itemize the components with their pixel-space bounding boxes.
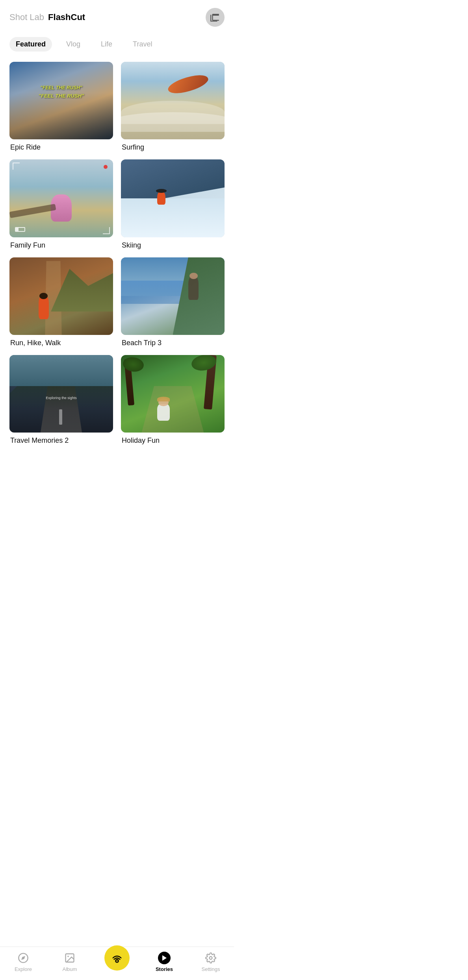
- card-skiing[interactable]: Skiing: [121, 159, 225, 249]
- thumb-beach-trip-3: [121, 257, 225, 335]
- card-holiday-fun[interactable]: Holiday Fun: [121, 355, 225, 445]
- tab-vlog[interactable]: Vlog: [60, 37, 87, 52]
- card-family-fun-title: Family Fun: [9, 241, 113, 250]
- thumb-family-fun: [9, 159, 113, 237]
- book-icon: [210, 12, 220, 22]
- card-run-hike-walk[interactable]: Run, Hike, Walk: [9, 257, 113, 347]
- header: Shot Lab FlashCut: [0, 0, 234, 31]
- thumb-epic-ride: "FEEL THE RUSH": [9, 62, 113, 139]
- card-epic-ride-title: Epic Ride: [9, 143, 113, 152]
- header-left: Shot Lab FlashCut: [9, 12, 85, 22]
- tab-featured[interactable]: Featured: [9, 37, 52, 52]
- shotlab-label: Shot Lab: [9, 12, 44, 22]
- card-run-hike-walk-title: Run, Hike, Walk: [9, 339, 113, 347]
- thumb-travel-memories-2: Exploring the sights: [9, 355, 113, 433]
- battery-icon: [15, 227, 25, 232]
- thumb-surfing: [121, 62, 225, 139]
- book-icon-button[interactable]: [206, 8, 225, 27]
- rec-indicator: [104, 165, 108, 169]
- card-holiday-fun-title: Holiday Fun: [121, 436, 225, 445]
- content-grid: "FEEL THE RUSH" Epic Ride Surfing: [0, 58, 234, 484]
- tab-travel[interactable]: Travel: [126, 37, 158, 52]
- thumb-run-hike-walk: [9, 257, 113, 335]
- corner-bracket-br: [103, 227, 110, 234]
- card-epic-ride[interactable]: "FEEL THE RUSH" Epic Ride: [9, 62, 113, 152]
- card-travel-memories-2-title: Travel Memories 2: [9, 436, 113, 445]
- card-surfing-title: Surfing: [121, 143, 225, 152]
- corner-bracket-tl: [13, 163, 20, 170]
- flashcut-label: FlashCut: [48, 12, 85, 22]
- card-travel-memories-2[interactable]: Exploring the sights Travel Memories 2: [9, 355, 113, 445]
- tab-life[interactable]: Life: [95, 37, 119, 52]
- card-skiing-title: Skiing: [121, 241, 225, 250]
- thumb-skiing: [121, 159, 225, 237]
- card-surfing[interactable]: Surfing: [121, 62, 225, 152]
- thumb-holiday-fun: [121, 355, 225, 433]
- tabs-container: Featured Vlog Life Travel: [0, 31, 234, 58]
- card-beach-trip-3-title: Beach Trip 3: [121, 339, 225, 347]
- card-family-fun[interactable]: Family Fun: [9, 159, 113, 249]
- card-beach-trip-3[interactable]: Beach Trip 3: [121, 257, 225, 347]
